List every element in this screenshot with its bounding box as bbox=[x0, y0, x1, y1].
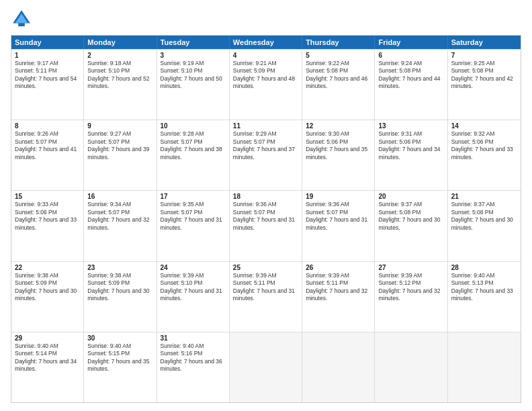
daylight-text: Daylight: 7 hours and 33 minutes. bbox=[451, 287, 517, 303]
calendar-week: 15Sunrise: 9:33 AMSunset: 5:06 PMDayligh… bbox=[11, 190, 521, 261]
sunrise-text: Sunrise: 9:37 AM bbox=[378, 201, 443, 208]
calendar-cell: 1Sunrise: 9:17 AMSunset: 5:11 PMDaylight… bbox=[11, 50, 84, 120]
calendar-cell: 3Sunrise: 9:19 AMSunset: 5:10 PMDaylight… bbox=[157, 50, 230, 120]
calendar-cell: 11Sunrise: 9:29 AMSunset: 5:07 PMDayligh… bbox=[230, 120, 302, 190]
calendar-cell: 6Sunrise: 9:24 AMSunset: 5:08 PMDaylight… bbox=[375, 50, 447, 120]
calendar-cell: 9Sunrise: 9:27 AMSunset: 5:07 PMDaylight… bbox=[84, 120, 157, 190]
calendar-header-cell: Thursday bbox=[302, 36, 375, 49]
sunrise-text: Sunrise: 9:25 AM bbox=[451, 60, 517, 67]
calendar-cell: 26Sunrise: 9:39 AMSunset: 5:11 PMDayligh… bbox=[302, 262, 375, 332]
calendar-cell: 22Sunrise: 9:38 AMSunset: 5:09 PMDayligh… bbox=[11, 262, 84, 332]
daylight-text: Daylight: 7 hours and 34 minutes. bbox=[15, 358, 80, 373]
sunrise-text: Sunrise: 9:26 AM bbox=[15, 130, 80, 138]
logo-icon bbox=[11, 8, 32, 30]
calendar-cell: 30Sunrise: 9:40 AMSunset: 5:15 PMDayligh… bbox=[84, 332, 157, 402]
calendar-header-cell: Monday bbox=[84, 36, 157, 49]
sunrise-text: Sunrise: 9:19 AM bbox=[161, 60, 226, 67]
day-number: 8 bbox=[15, 122, 80, 130]
day-number: 14 bbox=[451, 122, 517, 130]
calendar-cell: 7Sunrise: 9:25 AMSunset: 5:08 PMDaylight… bbox=[448, 50, 521, 120]
day-number: 10 bbox=[161, 122, 226, 130]
day-number: 16 bbox=[87, 193, 152, 200]
calendar-header-cell: Saturday bbox=[448, 36, 521, 49]
sunset-text: Sunset: 5:15 PM bbox=[87, 350, 152, 357]
sunrise-text: Sunrise: 9:32 AM bbox=[451, 130, 517, 138]
sunrise-text: Sunrise: 9:36 AM bbox=[306, 201, 371, 208]
logo bbox=[11, 8, 35, 30]
sunset-text: Sunset: 5:10 PM bbox=[87, 67, 152, 75]
daylight-text: Daylight: 7 hours and 38 minutes. bbox=[161, 146, 226, 161]
sunset-text: Sunset: 5:06 PM bbox=[451, 138, 517, 146]
calendar-cell: 28Sunrise: 9:40 AMSunset: 5:13 PMDayligh… bbox=[448, 262, 521, 332]
sunset-text: Sunset: 5:07 PM bbox=[161, 209, 226, 216]
sunrise-text: Sunrise: 9:24 AM bbox=[378, 60, 443, 67]
day-number: 30 bbox=[87, 334, 152, 342]
daylight-text: Daylight: 7 hours and 39 minutes. bbox=[87, 146, 152, 161]
sunrise-text: Sunrise: 9:27 AM bbox=[87, 130, 152, 138]
sunset-text: Sunset: 5:11 PM bbox=[15, 67, 80, 75]
sunrise-text: Sunrise: 9:40 AM bbox=[161, 342, 226, 350]
daylight-text: Daylight: 7 hours and 30 minutes. bbox=[378, 216, 443, 232]
day-number: 1 bbox=[15, 52, 80, 59]
day-number: 23 bbox=[87, 264, 152, 271]
daylight-text: Daylight: 7 hours and 37 minutes. bbox=[233, 146, 298, 161]
calendar-cell: 29Sunrise: 9:40 AMSunset: 5:14 PMDayligh… bbox=[11, 332, 84, 402]
day-number: 12 bbox=[306, 122, 371, 130]
calendar-header-cell: Tuesday bbox=[157, 36, 230, 49]
calendar: SundayMondayTuesdayWednesdayThursdayFrid… bbox=[11, 35, 521, 403]
calendar-cell bbox=[230, 332, 302, 402]
day-number: 11 bbox=[233, 122, 298, 130]
sunset-text: Sunset: 5:06 PM bbox=[15, 209, 80, 216]
daylight-text: Daylight: 7 hours and 44 minutes. bbox=[378, 75, 443, 91]
calendar-cell: 23Sunrise: 9:38 AMSunset: 5:09 PMDayligh… bbox=[84, 262, 157, 332]
calendar-cell bbox=[448, 332, 521, 402]
calendar-cell: 25Sunrise: 9:39 AMSunset: 5:11 PMDayligh… bbox=[230, 262, 302, 332]
calendar-cell: 24Sunrise: 9:39 AMSunset: 5:10 PMDayligh… bbox=[157, 262, 230, 332]
sunset-text: Sunset: 5:08 PM bbox=[306, 67, 371, 75]
sunrise-text: Sunrise: 9:40 AM bbox=[451, 272, 517, 279]
sunrise-text: Sunrise: 9:39 AM bbox=[378, 272, 443, 279]
sunrise-text: Sunrise: 9:39 AM bbox=[161, 272, 226, 279]
sunset-text: Sunset: 5:06 PM bbox=[378, 138, 443, 146]
day-number: 13 bbox=[378, 122, 443, 130]
sunset-text: Sunset: 5:08 PM bbox=[378, 209, 443, 216]
day-number: 26 bbox=[306, 264, 371, 271]
daylight-text: Daylight: 7 hours and 31 minutes. bbox=[233, 287, 298, 303]
sunrise-text: Sunrise: 9:36 AM bbox=[233, 201, 298, 208]
daylight-text: Daylight: 7 hours and 32 minutes. bbox=[378, 287, 443, 303]
sunset-text: Sunset: 5:09 PM bbox=[87, 279, 152, 287]
daylight-text: Daylight: 7 hours and 31 minutes. bbox=[233, 216, 298, 232]
sunrise-text: Sunrise: 9:33 AM bbox=[15, 201, 80, 208]
daylight-text: Daylight: 7 hours and 30 minutes. bbox=[451, 216, 517, 232]
calendar-cell: 5Sunrise: 9:22 AMSunset: 5:08 PMDaylight… bbox=[302, 50, 375, 120]
daylight-text: Daylight: 7 hours and 30 minutes. bbox=[87, 287, 152, 303]
day-number: 28 bbox=[451, 264, 517, 271]
day-number: 25 bbox=[233, 264, 298, 271]
day-number: 17 bbox=[161, 193, 226, 200]
calendar-cell bbox=[375, 332, 447, 402]
sunset-text: Sunset: 5:16 PM bbox=[161, 350, 226, 357]
sunset-text: Sunset: 5:07 PM bbox=[233, 138, 298, 146]
sunset-text: Sunset: 5:11 PM bbox=[233, 279, 298, 287]
day-number: 31 bbox=[161, 334, 226, 342]
sunrise-text: Sunrise: 9:38 AM bbox=[87, 272, 152, 279]
calendar-header-row: SundayMondayTuesdayWednesdayThursdayFrid… bbox=[11, 36, 521, 49]
day-number: 29 bbox=[15, 334, 80, 342]
sunrise-text: Sunrise: 9:31 AM bbox=[378, 130, 443, 138]
sunset-text: Sunset: 5:06 PM bbox=[306, 138, 371, 146]
daylight-text: Daylight: 7 hours and 50 minutes. bbox=[161, 75, 226, 91]
daylight-text: Daylight: 7 hours and 32 minutes. bbox=[306, 287, 371, 303]
sunrise-text: Sunrise: 9:40 AM bbox=[15, 342, 80, 350]
daylight-text: Daylight: 7 hours and 33 minutes. bbox=[451, 146, 517, 161]
sunset-text: Sunset: 5:07 PM bbox=[306, 209, 371, 216]
sunrise-text: Sunrise: 9:18 AM bbox=[87, 60, 152, 67]
calendar-week: 22Sunrise: 9:38 AMSunset: 5:09 PMDayligh… bbox=[11, 261, 521, 332]
svg-rect-2 bbox=[18, 23, 25, 26]
sunset-text: Sunset: 5:10 PM bbox=[161, 67, 226, 75]
sunset-text: Sunset: 5:07 PM bbox=[87, 138, 152, 146]
sunset-text: Sunset: 5:07 PM bbox=[87, 209, 152, 216]
calendar-cell: 16Sunrise: 9:34 AMSunset: 5:07 PMDayligh… bbox=[84, 191, 157, 261]
calendar-header-cell: Sunday bbox=[11, 36, 84, 49]
calendar-cell: 13Sunrise: 9:31 AMSunset: 5:06 PMDayligh… bbox=[375, 120, 447, 190]
day-number: 9 bbox=[87, 122, 152, 130]
